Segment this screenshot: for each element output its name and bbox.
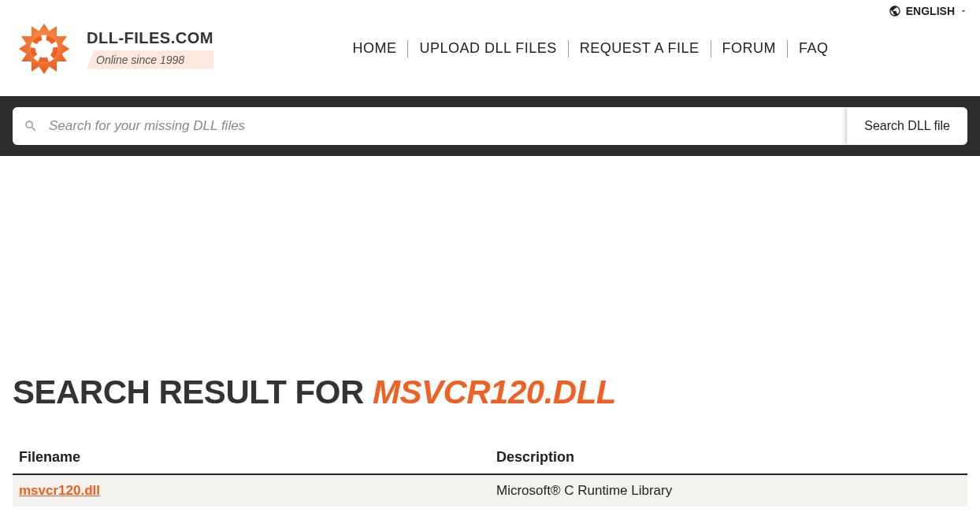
search-bar-wrapper: Search DLL file (0, 96, 980, 156)
main-content: SEARCH RESULT FOR MSVCR120.DLL Filename … (0, 156, 980, 519)
results-heading-prefix: SEARCH RESULT FOR (13, 373, 373, 410)
language-selector[interactable]: ENGLISH (889, 5, 967, 17)
logo-section: DLL-FILES.COM Online since 1998 (13, 17, 213, 80)
results-table: Filename Description msvcr120.dll Micros… (13, 443, 967, 507)
search-icon (13, 119, 49, 133)
header: DLL-FILES.COM Online since 1998 HOME UPL… (0, 17, 980, 96)
search-input[interactable] (49, 107, 846, 145)
result-filename-link[interactable]: msvcr120.dll (19, 483, 100, 498)
nav-request[interactable]: REQUEST A FILE (569, 40, 711, 58)
result-description: Microsoft® C Runtime Library (490, 474, 967, 507)
brand-text: DLL-FILES.COM Online since 1998 (87, 29, 213, 69)
nav-forum[interactable]: FORUM (711, 40, 789, 58)
table-row: msvcr120.dll Microsoft® C Runtime Librar… (13, 474, 967, 507)
language-label: ENGLISH (906, 5, 955, 17)
search-button[interactable]: Search DLL file (846, 108, 967, 144)
search-bar: Search DLL file (13, 107, 967, 145)
nav-faq[interactable]: FAQ (788, 40, 840, 58)
main-nav: HOME UPLOAD DLL FILES REQUEST A FILE FOR… (213, 40, 967, 58)
globe-icon (889, 5, 901, 17)
results-query: MSVCR120.DLL (373, 373, 616, 410)
nav-upload[interactable]: UPLOAD DLL FILES (408, 40, 568, 58)
results-heading: SEARCH RESULT FOR MSVCR120.DLL (13, 373, 967, 411)
column-filename: Filename (13, 443, 490, 474)
top-bar: ENGLISH (0, 0, 980, 17)
chevron-down-icon (960, 7, 967, 15)
column-description: Description (490, 443, 967, 474)
tagline: Online since 1998 (87, 50, 213, 69)
nav-home[interactable]: HOME (341, 40, 408, 58)
site-name[interactable]: DLL-FILES.COM (87, 29, 213, 47)
logo-icon[interactable] (13, 17, 76, 80)
